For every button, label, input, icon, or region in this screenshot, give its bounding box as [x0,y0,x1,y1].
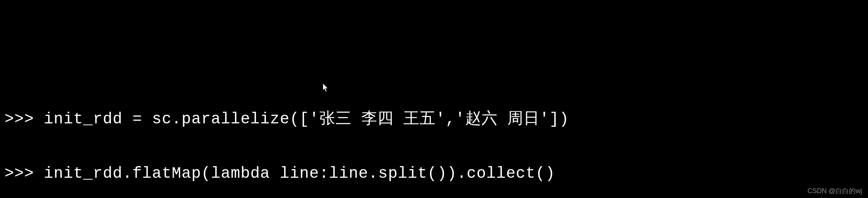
terminal-output[interactable]: >>> init_rdd = sc.parallelize(['张三 李四 王五… [5,74,863,198]
watermark-text: CSDN @白白的wj [808,187,862,195]
code-line: >>> init_rdd = sc.parallelize(['张三 李四 王五… [5,110,863,128]
code-line: >>> init_rdd.flatMap(lambda line:line.sp… [5,165,863,183]
